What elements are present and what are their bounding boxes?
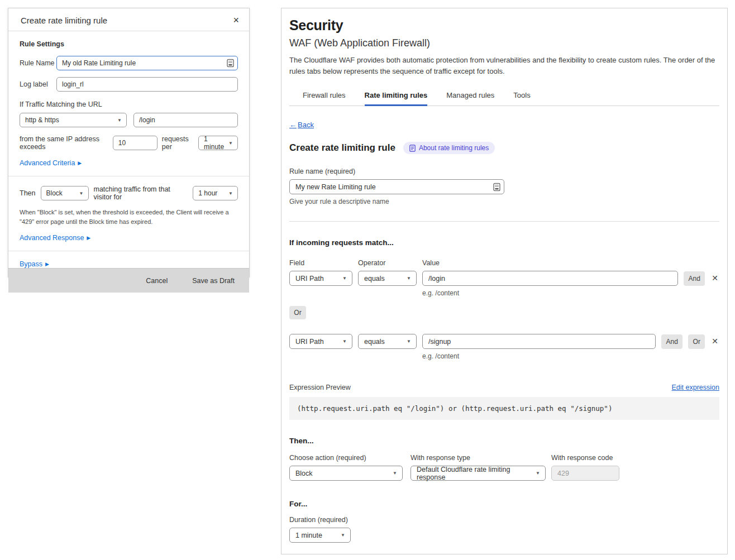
rule-name-row: Rule Name — [20, 56, 238, 70]
log-label-input-wrap — [56, 77, 238, 92]
dialog-body: Rule Settings Rule Name Log label If Tra… — [8, 31, 249, 268]
field-select[interactable]: URI Path ▼ — [289, 271, 352, 286]
traffic-match-label: If Traffic Matching the URL — [20, 100, 238, 108]
action-select[interactable]: Block ▼ — [289, 466, 403, 481]
remove-condition-icon[interactable]: ✕ — [710, 334, 719, 348]
dialog-title: Create rate limiting rule — [21, 16, 107, 25]
dialog-footer: Cancel Save as Draft — [8, 268, 249, 293]
field-column-label: Field — [289, 259, 352, 267]
operator-select[interactable]: equals ▼ — [358, 271, 417, 286]
for-section-heading: For... — [289, 500, 719, 508]
period-select-value: 1 minute — [204, 135, 224, 151]
about-badge-label: About rate limiting rules — [419, 144, 489, 152]
or-button[interactable]: Or — [688, 334, 705, 349]
action-select[interactable]: Block ▼ — [41, 186, 89, 200]
remove-condition-icon[interactable]: ✕ — [710, 271, 719, 285]
duration-select-value: 1 hour — [198, 189, 217, 197]
duration-label: Duration (required) — [289, 516, 719, 524]
create-rate-limiting-rule-dialog: Create rate limiting rule × Rule Setting… — [8, 8, 250, 277]
block-note-text: When "Block" is set, when the threshold … — [20, 208, 238, 227]
response-code-label: With response code — [551, 454, 619, 462]
url-input-wrap — [133, 113, 238, 127]
doc-icon — [409, 145, 416, 152]
save-as-draft-button[interactable]: Save as Draft — [192, 277, 235, 285]
condition-row: URI Path ▼ equals ▼ e.g. /content And ✕ — [289, 271, 719, 297]
bypass-link[interactable]: Bypass ▶ — [20, 260, 49, 268]
chevron-down-icon: ▼ — [407, 276, 411, 281]
duration-select[interactable]: 1 minute ▼ — [289, 528, 351, 543]
url-input[interactable] — [133, 113, 238, 127]
and-button[interactable]: And — [661, 334, 682, 349]
action-label: Choose action (required) — [289, 454, 403, 462]
duration-select[interactable]: 1 hour ▼ — [193, 186, 238, 200]
value-input[interactable] — [422, 334, 656, 349]
cancel-button[interactable]: Cancel — [146, 277, 168, 285]
response-code-field-group: With response code — [551, 454, 619, 481]
rule-name-input-wrap — [289, 179, 504, 194]
page-description: The Cloudflare WAF provides both automat… — [289, 55, 719, 76]
response-type-field-group: With response type Default Cloudflare ra… — [411, 454, 546, 481]
response-code-input — [551, 466, 619, 481]
tab-firewall-rules[interactable]: Firewall rules — [303, 88, 346, 106]
chevron-down-icon: ▼ — [341, 533, 345, 538]
page-title: Security — [289, 17, 719, 33]
chevron-down-icon: ▼ — [79, 191, 84, 196]
value-helper: e.g. /content — [422, 352, 656, 360]
value-helper: e.g. /content — [422, 289, 678, 297]
divider — [8, 251, 249, 251]
value-column: e.g. /content — [422, 271, 678, 297]
then-suffix-text: matching traffic from that visitor for — [94, 185, 188, 201]
url-match-row: http & https ▼ — [20, 113, 238, 127]
then-label: Then — [20, 189, 36, 197]
rule-name-input-wrap — [56, 56, 238, 70]
close-icon[interactable]: × — [233, 15, 239, 25]
tab-managed-rules[interactable]: Managed rules — [446, 88, 494, 106]
field-select[interactable]: URI Path ▼ — [289, 334, 352, 349]
rule-name-label: Rule name (required) — [289, 167, 719, 175]
condition-column-labels: Field Operator Value — [289, 259, 719, 267]
log-label-input[interactable] — [56, 77, 238, 92]
tab-tools[interactable]: Tools — [513, 88, 530, 106]
chevron-down-icon: ▼ — [342, 276, 347, 281]
expression-preview-label: Expression Preview — [289, 384, 351, 391]
and-button[interactable]: And — [684, 271, 705, 286]
flyout-caret-icon: ▶ — [87, 235, 90, 241]
rule-name-input[interactable] — [56, 56, 238, 70]
flyout-caret-icon: ▶ — [45, 261, 49, 267]
back-link[interactable]: ← Back — [289, 121, 314, 129]
chevron-down-icon: ▼ — [393, 471, 397, 476]
match-section-heading: If incoming requests match... — [289, 238, 719, 247]
advanced-response-link[interactable]: Advanced Response ▶ — [20, 234, 90, 242]
about-rate-limiting-badge[interactable]: About rate limiting rules — [403, 142, 495, 154]
edit-expression-link[interactable]: Edit expression — [672, 384, 719, 391]
condition-row: URI Path ▼ equals ▼ e.g. /content And Or… — [289, 334, 719, 360]
tab-rate-limiting-rules[interactable]: Rate limiting rules — [365, 88, 428, 106]
form-title: Create rate limiting rule — [289, 142, 395, 154]
scheme-select-value: http & https — [25, 116, 59, 124]
period-select[interactable]: 1 minute ▼ — [198, 136, 238, 150]
or-button[interactable]: Or — [289, 306, 306, 319]
value-column-label: Value — [422, 259, 719, 267]
autofill-extension-icon[interactable] — [227, 59, 234, 68]
threshold-prefix-text: from the same IP address exceeds — [20, 135, 108, 151]
operator-select[interactable]: equals ▼ — [358, 334, 417, 349]
then-section-heading: Then... — [289, 437, 719, 445]
then-section-fields: Choose action (required) Block ▼ With re… — [289, 454, 719, 481]
advanced-criteria-link[interactable]: Advanced Criteria ▶ — [20, 159, 82, 167]
back-arrow-icon: ← — [289, 121, 297, 129]
action-select-value: Block — [295, 470, 313, 477]
rule-name-label: Rule Name — [20, 59, 56, 67]
operator-select-value: equals — [364, 275, 385, 283]
form-title-row: Create rate limiting rule About rate lim… — [289, 142, 719, 154]
threshold-input[interactable] — [113, 136, 157, 150]
scheme-select[interactable]: http & https ▼ — [20, 113, 127, 127]
value-input[interactable] — [422, 271, 678, 286]
page-subtitle: WAF (Web Application Firewall) — [289, 37, 719, 49]
rule-name-input[interactable] — [289, 179, 504, 194]
autofill-extension-icon[interactable] — [493, 183, 500, 191]
action-select-value: Block — [46, 189, 63, 197]
response-type-select[interactable]: Default Cloudflare rate limiting respons… — [411, 466, 546, 481]
log-label-label: Log label — [20, 80, 56, 88]
chevron-down-icon: ▼ — [407, 339, 411, 344]
field-select-value: URI Path — [295, 275, 324, 283]
